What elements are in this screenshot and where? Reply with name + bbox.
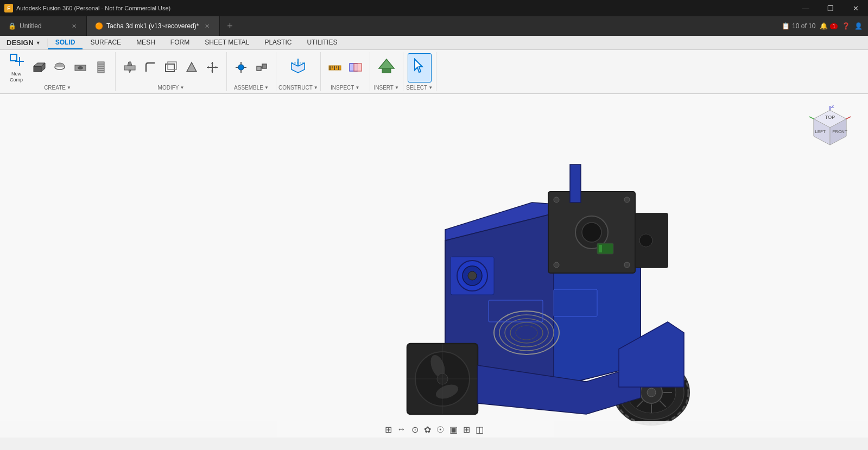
select-buttons: [406, 52, 434, 84]
inspect-group-label[interactable]: INSPECT ▼: [331, 84, 359, 92]
as-built-joint-button[interactable]: [252, 53, 271, 83]
tab-form[interactable]: FORM: [163, 36, 197, 49]
tab-untitled[interactable]: 🔒 Untitled ✕: [0, 16, 87, 36]
create-group-label[interactable]: CREATE ▼: [44, 84, 71, 92]
tab-plastic[interactable]: PLASTIC: [257, 36, 299, 49]
tab-surface[interactable]: SURFACE: [83, 36, 129, 49]
canvas-area[interactable]: TOP LEFT FRONT Z: [0, 94, 868, 438]
svg-point-66: [624, 262, 630, 268]
interference-icon: [349, 60, 363, 76]
tab-mesh[interactable]: MESH: [129, 36, 163, 49]
svg-text:Z: Z: [831, 105, 834, 109]
bottom-icon-2[interactable]: ↔: [397, 424, 406, 434]
svg-rect-18: [168, 62, 176, 69]
select-tool-button[interactable]: [408, 53, 432, 83]
bottom-icon-6[interactable]: ▣: [449, 424, 458, 435]
svg-point-26: [238, 65, 244, 70]
help-icon: ❓: [842, 22, 850, 30]
bottom-icon-4[interactable]: ✿: [424, 424, 431, 435]
svg-marker-23: [211, 71, 213, 73]
extrude-button[interactable]: [29, 53, 49, 83]
bottom-icon-8[interactable]: ◫: [476, 424, 484, 435]
insert-mesh-button[interactable]: [375, 53, 398, 83]
bottom-icon-7[interactable]: ⊞: [463, 424, 470, 435]
new-component-button[interactable]: NewComp: [4, 53, 28, 83]
shell-icon: [164, 61, 178, 75]
joint-icon: [235, 61, 248, 75]
user-icon: 👤: [854, 22, 863, 30]
titlebar-left: F Autodesk Fusion 360 (Personal - Not fo…: [0, 4, 170, 12]
notification-button[interactable]: 🔔 1: [820, 22, 838, 30]
bottom-icon-1[interactable]: ⊞: [385, 424, 392, 435]
tab-tacha-close[interactable]: ✕: [202, 21, 212, 31]
app-title: Autodesk Fusion 360 (Personal - Not for …: [16, 5, 170, 11]
svg-marker-45: [379, 59, 394, 68]
svg-rect-9: [98, 62, 104, 73]
close-button[interactable]: ✕: [843, 0, 868, 16]
ribbon-group-insert: INSERT ▼: [370, 52, 403, 91]
press-pull-icon: [123, 61, 136, 75]
svg-text:FRONT: FRONT: [832, 129, 847, 134]
ribbon-group-inspect: INSPECT ▼: [321, 52, 370, 91]
maximize-button[interactable]: ❐: [818, 0, 843, 16]
construct-plane-button[interactable]: [286, 53, 310, 83]
shell-button[interactable]: [161, 53, 181, 83]
page-count[interactable]: 📋 10 of 10: [782, 22, 815, 30]
measure-button[interactable]: [325, 53, 345, 83]
tab-tacha-icon: 🟠: [94, 22, 103, 30]
construct-plane-icon: [289, 58, 307, 77]
thread-icon: [94, 61, 107, 75]
tab-add-button[interactable]: +: [220, 16, 239, 36]
insert-buttons: [372, 52, 401, 84]
svg-rect-70: [599, 245, 602, 252]
select-group-label[interactable]: SELECT ▼: [406, 84, 433, 92]
viewcube[interactable]: TOP LEFT FRONT Z: [808, 105, 852, 148]
assemble-buttons: [229, 52, 274, 84]
design-dropdown-arrow: ▼: [36, 40, 41, 46]
press-pull-button[interactable]: [120, 53, 140, 83]
bottom-icon-3[interactable]: ⊙: [411, 424, 419, 435]
draft-icon: [185, 61, 198, 75]
tab-untitled-close[interactable]: ✕: [69, 21, 79, 31]
svg-point-64: [624, 197, 630, 202]
svg-point-97: [647, 388, 656, 397]
help-button[interactable]: ❓: [842, 22, 850, 30]
tab-tacha[interactable]: 🟠 Tacha 3d mk1 (v13~recovered)* ✕: [87, 16, 220, 36]
tab-utilities[interactable]: UTILITIES: [299, 36, 345, 49]
design-dropdown[interactable]: DESIGN ▼: [0, 39, 48, 47]
thread-button[interactable]: [91, 53, 111, 83]
select-tool-icon: [411, 58, 428, 77]
svg-rect-31: [257, 66, 261, 71]
draft-button[interactable]: [182, 53, 201, 83]
modify-group-label[interactable]: MODIFY ▼: [158, 84, 185, 92]
tab-sheet-metal[interactable]: SHEET METAL: [197, 36, 257, 49]
bottom-toolbar: ⊞ ↔ ⊙ ✿ ☉ ▣ ⊞ ◫: [0, 421, 868, 438]
svg-text:LEFT: LEFT: [815, 129, 826, 134]
construct-group-label[interactable]: CONSTRUCT ▼: [278, 84, 318, 92]
tab-tacha-label: Tacha 3d mk1 (v13~recovered)*: [106, 22, 199, 30]
revolve-button[interactable]: [50, 53, 69, 83]
svg-point-68: [582, 223, 601, 242]
user-button[interactable]: 👤: [854, 22, 863, 30]
interference-button[interactable]: [346, 53, 365, 83]
construct-buttons: [284, 52, 312, 84]
construct-dropdown-arrow: ▼: [314, 85, 318, 90]
bottom-icon-5[interactable]: ☉: [436, 424, 444, 435]
modify-buttons: [118, 52, 224, 84]
fillet-button[interactable]: [141, 53, 160, 83]
svg-marker-25: [216, 66, 218, 68]
move-button[interactable]: [202, 53, 222, 83]
svg-rect-71: [570, 164, 581, 202]
tab-solid[interactable]: SOLID: [48, 36, 83, 49]
insert-group-label[interactable]: INSERT ▼: [373, 84, 398, 92]
page-icon: 📋: [782, 22, 790, 30]
joint-button[interactable]: [231, 53, 251, 83]
revolve-icon: [53, 61, 66, 75]
assemble-group-label[interactable]: ASSEMBLE ▼: [234, 84, 269, 92]
hole-button[interactable]: [71, 53, 90, 83]
extrude-icon: [33, 61, 46, 75]
titlebar: F Autodesk Fusion 360 (Personal - Not fo…: [0, 0, 868, 16]
minimize-button[interactable]: —: [793, 0, 818, 16]
tabbar-right: 📋 10 of 10 🔔 1 ❓ 👤: [782, 16, 868, 36]
notification-badge: 1: [830, 23, 838, 29]
